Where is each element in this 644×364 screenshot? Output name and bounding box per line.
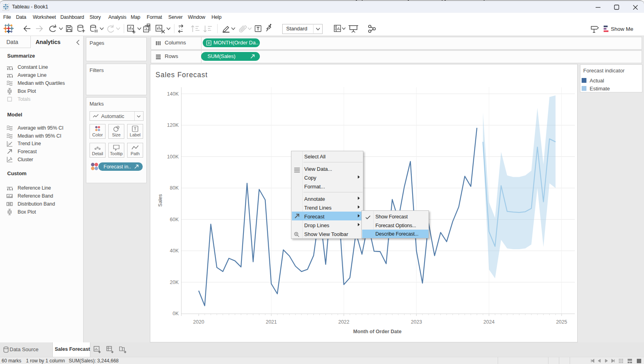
- svg-text:2021: 2021: [266, 319, 277, 325]
- svg-text:Standard: Standard: [286, 26, 307, 32]
- svg-text:2020: 2020: [193, 319, 204, 325]
- svg-text:140K: 140K: [167, 91, 179, 97]
- svg-text:2025: 2025: [556, 319, 567, 325]
- svg-text:Show Me: Show Me: [611, 26, 633, 32]
- svg-text:2022: 2022: [338, 319, 349, 325]
- svg-text:80K: 80K: [170, 185, 179, 191]
- svg-text:40K: 40K: [170, 248, 179, 254]
- svg-text:2023: 2023: [411, 319, 422, 325]
- svg-text:Month of Order Date: Month of Order Date: [353, 329, 402, 334]
- svg-text:100K: 100K: [167, 154, 179, 160]
- svg-text:Sales: Sales: [158, 194, 163, 206]
- svg-text:120K: 120K: [167, 122, 179, 128]
- svg-text:20K: 20K: [170, 280, 179, 285]
- svg-text:60K: 60K: [170, 217, 179, 222]
- svg-text:2024: 2024: [483, 319, 494, 325]
- svg-text:0K: 0K: [173, 311, 179, 316]
